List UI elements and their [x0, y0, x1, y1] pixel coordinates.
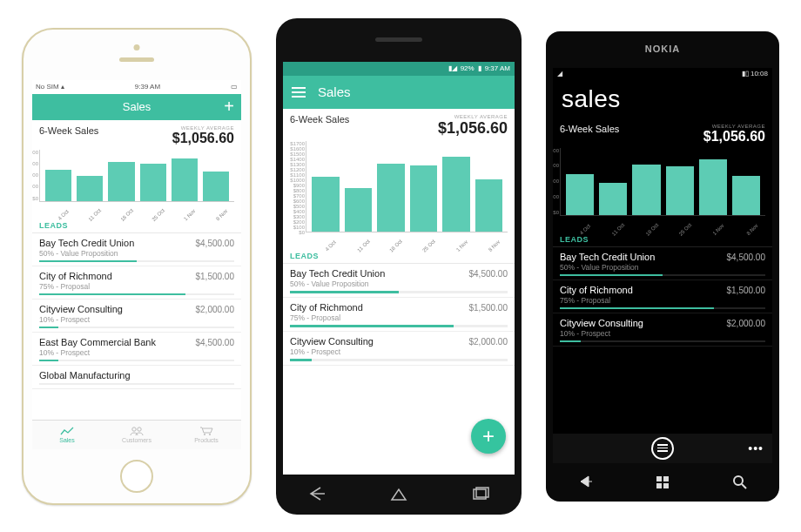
chart-bar: [566, 174, 594, 214]
back-button[interactable]: [307, 486, 326, 502]
lead-progress: [560, 340, 765, 342]
y-tick-label: $500: [32, 184, 38, 189]
home-button[interactable]: [654, 474, 671, 489]
lead-progress: [560, 274, 765, 276]
home-button[interactable]: [389, 486, 408, 502]
device-iphone: No SIM ▴ 9:39 AM ▭ Sales + 6-Week Sales …: [22, 28, 252, 505]
lead-stage: 50% - Value Proposition: [39, 249, 234, 258]
lead-stage: 10% - Prospect: [560, 329, 765, 338]
lead-amount: $4,500.00: [469, 269, 508, 279]
battery-icon: ▮▯: [742, 70, 749, 77]
summary-block: 6-Week Sales WEEKLY AVERAGE $1,056.60: [553, 118, 772, 146]
lead-row[interactable]: Global Manufacturing: [32, 366, 241, 389]
chart-bar: [312, 177, 340, 231]
lead-row[interactable]: Cityview Consulting$2,000.0010% - Prospe…: [283, 332, 515, 366]
y-tick-label: $0: [283, 230, 305, 235]
lead-name: Cityview Consulting: [39, 304, 123, 314]
lead-progress: [290, 291, 508, 293]
lead-row[interactable]: City of Richmond$1,500.0075% - Proposal: [32, 266, 241, 300]
tab-label: Sales: [59, 437, 75, 443]
battery-icon: ▮: [478, 64, 481, 72]
menu-button[interactable]: [292, 87, 306, 98]
lead-row[interactable]: Bay Tech Credit Union$4,500.0050% - Valu…: [32, 233, 241, 266]
lead-row[interactable]: City of Richmond$1,500.0075% - Proposal: [553, 280, 772, 313]
android-nav-bar: [276, 481, 522, 506]
signal-icon: ▮◢: [448, 64, 457, 72]
svg-point-3: [209, 434, 211, 435]
tab-sales[interactable]: Sales: [32, 421, 102, 449]
lead-progress: [39, 260, 234, 262]
lead-name: Global Manufacturing: [39, 370, 131, 380]
carrier-label: No SIM ▴: [36, 83, 64, 91]
page-title: sales: [553, 82, 772, 118]
menu-button[interactable]: [651, 437, 674, 460]
avg-value: $1,056.60: [438, 119, 508, 138]
svg-rect-8: [656, 483, 662, 488]
wp-status-bar: ◢ ▮▯ 10:08: [553, 68, 772, 82]
chart-bar: [140, 164, 166, 201]
chart-bar: [475, 179, 503, 232]
summary-title: 6-Week Sales: [560, 124, 619, 134]
lead-row[interactable]: City of Richmond$1,500.0075% - Proposal: [283, 298, 515, 332]
lead-amount: $4,500.00: [196, 239, 235, 248]
lead-amount: $1,500.00: [196, 272, 235, 281]
lead-progress: [39, 293, 234, 295]
chart-bar: [172, 158, 198, 201]
lead-name: East Bay Commercial Bank: [39, 337, 156, 347]
chart-bar: [410, 165, 438, 231]
lead-amount: $2,000.00: [727, 319, 766, 328]
lead-name: Cityview Consulting: [290, 336, 374, 347]
wp-nav-bar: [546, 468, 779, 495]
lead-stage: 75% - Proposal: [560, 296, 765, 305]
lead-stage: 10% - Prospect: [39, 315, 234, 324]
y-tick-label: $500: [553, 194, 559, 199]
back-button[interactable]: [576, 474, 594, 489]
fab-add-button[interactable]: +: [471, 419, 506, 454]
summary-title: 6-Week Sales: [39, 125, 98, 136]
summary-block: 6-Week Sales WEEKLY AVERAGE $1,056.60: [32, 120, 241, 148]
chart-bar: [599, 183, 627, 215]
tab-products[interactable]: Products: [172, 421, 241, 449]
lead-amount: $1,500.00: [469, 303, 508, 313]
chart-bar: [345, 188, 373, 231]
speaker-slot: [375, 37, 422, 42]
page-title: Sales: [123, 100, 151, 113]
leads-list: Bay Tech Credit Union$4,500.0050% - Valu…: [553, 247, 772, 347]
lead-amount: $1,500.00: [727, 286, 766, 295]
android-status-bar: ▮◢ 92% ▮ 9:37 AM: [283, 62, 515, 76]
lead-row[interactable]: Cityview Consulting$2,000.0010% - Prospe…: [32, 300, 241, 333]
lead-amount: $2,000.00: [196, 305, 235, 314]
more-button[interactable]: •••: [748, 441, 764, 455]
page-title: Sales: [318, 84, 351, 99]
add-button[interactable]: +: [224, 97, 234, 117]
recent-button[interactable]: [471, 486, 490, 502]
y-tick-label: $2000: [32, 150, 38, 155]
y-tick-label: $1000: [32, 172, 38, 178]
avg-label: WEEKLY AVERAGE: [172, 125, 234, 131]
y-tick-label: $0: [32, 196, 38, 201]
y-tick-label: $1500: [553, 163, 559, 168]
tab-customers[interactable]: Customers: [102, 421, 172, 449]
chart-bar: [666, 166, 694, 215]
lead-stage: 10% - Prospect: [290, 347, 508, 356]
home-button[interactable]: [120, 460, 153, 493]
brand-label: NOKIA: [645, 44, 680, 54]
sales-chart: $1700$1600$1500$1400$1300$1200$1100$1000…: [283, 139, 515, 243]
lead-name: City of Richmond: [39, 271, 112, 281]
tab-label: Customers: [122, 437, 151, 443]
android-app-bar: Sales: [283, 76, 515, 109]
lead-row[interactable]: East Bay Commercial Bank$4,500.0010% - P…: [32, 333, 241, 366]
tab-label: Products: [194, 437, 219, 443]
lead-row[interactable]: Bay Tech Credit Union$4,500.0050% - Valu…: [553, 247, 772, 280]
lead-amount: $4,500.00: [196, 338, 235, 347]
lead-row[interactable]: Cityview Consulting$2,000.0010% - Prospe…: [553, 313, 772, 347]
y-tick-label: $0: [553, 210, 559, 215]
lead-row[interactable]: Bay Tech Credit Union$4,500.0050% - Valu…: [283, 264, 515, 298]
clock: 9:39 AM: [135, 83, 160, 91]
ios-screen: No SIM ▴ 9:39 AM ▭ Sales + 6-Week Sales …: [32, 80, 241, 449]
search-button[interactable]: [731, 474, 749, 489]
android-screen: ▮◢ 92% ▮ 9:37 AM Sales 6-Week Sales WEEK…: [283, 62, 515, 475]
y-tick-label: $2000: [553, 148, 559, 153]
leads-list: Bay Tech Credit Union$4,500.0050% - Valu…: [283, 264, 515, 366]
device-nokia: NOKIA ◢ ▮▯ 10:08 sales 6-Week Sales WEEK…: [546, 31, 779, 502]
